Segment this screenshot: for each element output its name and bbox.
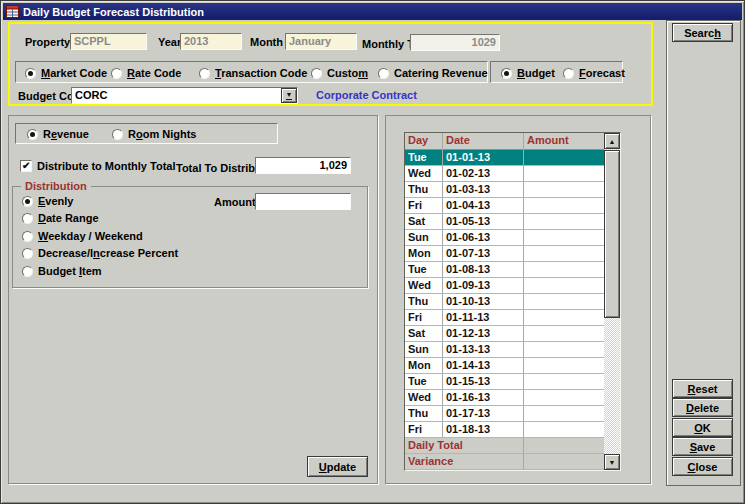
radio-date-range[interactable]: Date Range [22,211,99,225]
table-cell[interactable] [524,422,604,438]
save-button[interactable]: Save [672,437,733,456]
radio-revenue[interactable]: Revenue [27,127,89,141]
radio-room-nights[interactable]: Room Nights [112,127,196,141]
property-field[interactable]: SCPPL [70,33,147,50]
monthly-total-field[interactable]: 1029 [410,34,500,51]
table-cell[interactable]: 01-02-13 [443,166,524,182]
table-row[interactable]: Mon01-14-13 [405,358,604,374]
table-cell[interactable]: 01-07-13 [443,246,524,262]
radio-forecast[interactable]: Forecast [563,66,625,80]
table-cell[interactable] [524,246,604,262]
reset-button[interactable]: Reset [672,379,733,398]
grid-scrollbar[interactable]: ▲ ▼ [604,133,620,470]
table-cell[interactable]: Thu [405,182,443,198]
year-field[interactable]: 2013 [180,33,242,50]
table-cell[interactable]: Thu [405,406,443,422]
distribute-to-monthly-total-checkbox[interactable]: Distribute to Monthly Total [20,159,176,173]
table-row[interactable]: Tue01-15-13 [405,374,604,390]
table-cell[interactable]: 01-08-13 [443,262,524,278]
month-field[interactable]: January [285,33,357,50]
table-cell[interactable]: 01-13-13 [443,342,524,358]
table-cell[interactable]: Wed [405,278,443,294]
total-to-distribute-field[interactable]: 1,029 [255,157,351,174]
update-button[interactable]: Update [307,456,368,477]
table-cell[interactable] [524,326,604,342]
table-cell[interactable] [524,182,604,198]
combo-dropdown-button[interactable]: ▼ [281,88,297,103]
table-row[interactable]: Fri01-11-13 [405,310,604,326]
table-cell[interactable] [524,214,604,230]
table-cell[interactable] [524,230,604,246]
table-cell[interactable]: Wed [405,390,443,406]
close-button[interactable]: Close [672,457,733,476]
table-row[interactable]: Thu01-17-13 [405,406,604,422]
table-cell[interactable]: 01-06-13 [443,230,524,246]
table-cell[interactable]: Sat [405,214,443,230]
table-row[interactable]: Sat01-05-13 [405,214,604,230]
amount-field[interactable] [255,193,351,210]
radio-evenly[interactable]: Evenly [22,194,73,208]
table-row[interactable]: Tue01-01-13 [405,150,604,166]
table-cell[interactable]: Fri [405,310,443,326]
table-cell[interactable]: Wed [405,166,443,182]
table-cell[interactable]: Fri [405,422,443,438]
table-row[interactable]: Sun01-13-13 [405,342,604,358]
table-row[interactable]: Sun01-06-13 [405,230,604,246]
table-cell[interactable]: 01-14-13 [443,358,524,374]
table-cell[interactable]: 01-12-13 [443,326,524,342]
table-cell[interactable]: 01-16-13 [443,390,524,406]
radio-rate-code[interactable]: Rate Code [111,66,181,80]
ok-button[interactable]: OK [672,418,733,437]
search-button[interactable]: Search [672,23,733,42]
delete-button[interactable]: Delete [672,398,733,417]
radio-transaction-code[interactable]: Transaction Code [199,66,307,80]
column-header-amount[interactable]: Amount [524,133,604,150]
table-cell[interactable]: 01-03-13 [443,182,524,198]
title-bar[interactable]: Daily Budget Forecast Distribution [3,3,742,20]
table-cell[interactable] [524,198,604,214]
variance-row[interactable]: Variance [405,454,604,470]
table-cell[interactable] [524,310,604,326]
table-cell[interactable]: Tue [405,374,443,390]
table-row[interactable]: Tue01-08-13 [405,262,604,278]
table-cell[interactable]: 01-15-13 [443,374,524,390]
table-cell[interactable]: Fri [405,198,443,214]
table-cell[interactable] [524,390,604,406]
table-row[interactable]: Thu01-10-13 [405,294,604,310]
daily-total-row[interactable]: Daily Total [405,438,604,454]
table-cell[interactable]: Tue [405,150,443,166]
table-cell[interactable]: 01-18-13 [443,422,524,438]
table-cell[interactable]: Mon [405,358,443,374]
column-header-date[interactable]: Date [443,133,524,150]
scroll-thumb[interactable] [604,150,620,318]
table-cell[interactable]: Tue [405,262,443,278]
table-cell[interactable] [524,406,604,422]
table-cell[interactable]: 01-10-13 [443,294,524,310]
table-cell[interactable]: 01-17-13 [443,406,524,422]
table-row[interactable]: Wed01-02-13 [405,166,604,182]
table-cell[interactable]: 01-05-13 [443,214,524,230]
table-row[interactable]: Mon01-07-13 [405,246,604,262]
radio-weekday-weekend[interactable]: Weekday / Weekend [22,229,143,243]
table-row[interactable]: Fri01-18-13 [405,422,604,438]
table-cell[interactable] [524,150,604,166]
radio-budget[interactable]: Budget [501,66,555,80]
table-cell[interactable] [524,262,604,278]
radio-custom[interactable]: Custom [311,66,368,80]
table-cell[interactable]: 01-09-13 [443,278,524,294]
table-cell[interactable]: Thu [405,294,443,310]
column-header-day[interactable]: Day [405,133,443,150]
table-cell[interactable] [524,166,604,182]
table-cell[interactable] [524,294,604,310]
table-cell[interactable] [524,278,604,294]
table-cell[interactable] [524,374,604,390]
scroll-up-button[interactable]: ▲ [604,133,620,149]
table-cell[interactable]: Sat [405,326,443,342]
budget-code-combo[interactable]: CORC ▼ [71,87,298,104]
table-cell[interactable]: Mon [405,246,443,262]
table-row[interactable]: Wed01-16-13 [405,390,604,406]
table-cell[interactable]: 01-01-13 [443,150,524,166]
table-cell[interactable]: 01-11-13 [443,310,524,326]
table-cell[interactable]: Sun [405,230,443,246]
table-row[interactable]: Fri01-04-13 [405,198,604,214]
